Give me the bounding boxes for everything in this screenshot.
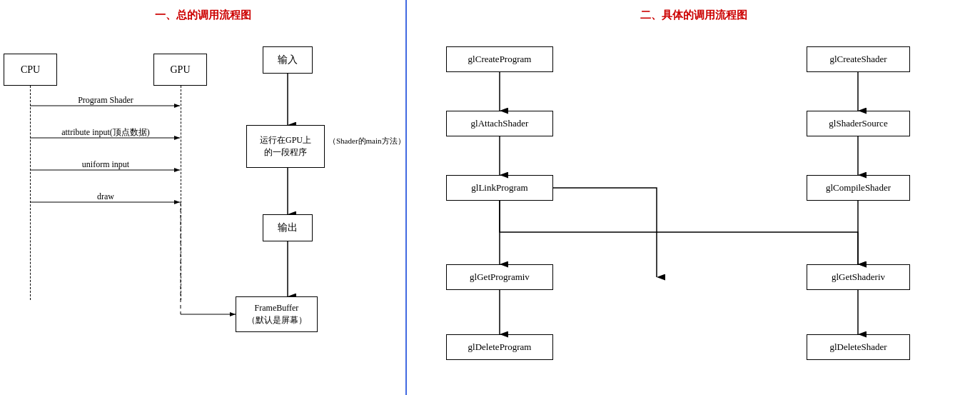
box-glDeleteProgram: glDeleteProgram: [446, 334, 553, 360]
box-glGetShaderiv: glGetShaderiv: [807, 264, 910, 290]
box-glCompileShader: glCompileShader: [807, 175, 910, 201]
flow-framebuffer-text: FrameBuffer （默认是屏幕）: [247, 302, 307, 326]
left-panel: 一、总的调用流程图 CPU GPU: [0, 0, 407, 395]
label-glCompileShader: glCompileShader: [826, 182, 891, 194]
main-container: 一、总的调用流程图 CPU GPU: [0, 0, 980, 395]
gpu-label: GPU: [170, 64, 190, 76]
box-glDeleteShader: glDeleteShader: [807, 334, 910, 360]
flow-framebuffer-line1: FrameBuffer: [247, 302, 307, 314]
label-glGetProgramiv: glGetProgramiv: [470, 271, 530, 283]
label-glShaderSource: glShaderSource: [829, 118, 887, 129]
label-glCreateShader: glCreateShader: [829, 54, 886, 65]
left-title: 一、总的调用流程图: [0, 0, 405, 22]
flow-run-line2: 的一段程序: [260, 146, 311, 159]
box-glLinkProgram: glLinkProgram: [446, 175, 553, 201]
label-glLinkProgram: glLinkProgram: [471, 182, 527, 194]
gpu-dashed-line: [181, 86, 181, 300]
cpu-dashed-line: [30, 86, 31, 300]
flow-framebuffer-line2: （默认是屏幕）: [247, 314, 307, 326]
label-glAttachShader: glAttachShader: [471, 118, 529, 129]
gpu-box: GPU: [153, 54, 207, 86]
label-glGetShaderiv: glGetShaderiv: [832, 271, 885, 283]
flow-input-label: 输入: [278, 54, 298, 66]
right-panel: 二、具体的调用流程图 glCreateProgram glAttachShade…: [407, 0, 980, 395]
svg-text:uniform input: uniform input: [82, 159, 130, 169]
flow-run-text: 运行在GPU上 的一段程序: [260, 134, 311, 159]
flow-framebuffer-box: FrameBuffer （默认是屏幕）: [236, 296, 318, 332]
svg-text:attribute input(顶点数据): attribute input(顶点数据): [61, 127, 150, 137]
flow-run-line1: 运行在GPU上: [260, 134, 311, 146]
svg-text:Program Shader: Program Shader: [78, 95, 133, 105]
flow-run-box: 运行在GPU上 的一段程序: [246, 125, 325, 168]
box-glGetProgramiv: glGetProgramiv: [446, 264, 553, 290]
flow-output-label: 输出: [278, 221, 298, 234]
box-glAttachShader: glAttachShader: [446, 111, 553, 136]
label-glDeleteProgram: glDeleteProgram: [468, 341, 532, 353]
label-glDeleteShader: glDeleteShader: [829, 341, 886, 353]
flow-input-box: 输入: [263, 46, 313, 74]
flow-output-box: 输出: [263, 214, 313, 241]
box-glCreateProgram: glCreateProgram: [446, 46, 553, 72]
box-glShaderSource: glShaderSource: [807, 111, 910, 136]
cpu-label: CPU: [21, 64, 40, 76]
cpu-box: CPU: [4, 54, 57, 86]
flow-run-note: （Shader的main方法）: [328, 136, 405, 146]
box-glCreateShader: glCreateShader: [807, 46, 910, 72]
svg-text:draw: draw: [97, 191, 114, 201]
label-glCreateProgram: glCreateProgram: [468, 54, 532, 65]
right-title: 二、具体的调用流程图: [407, 0, 980, 22]
